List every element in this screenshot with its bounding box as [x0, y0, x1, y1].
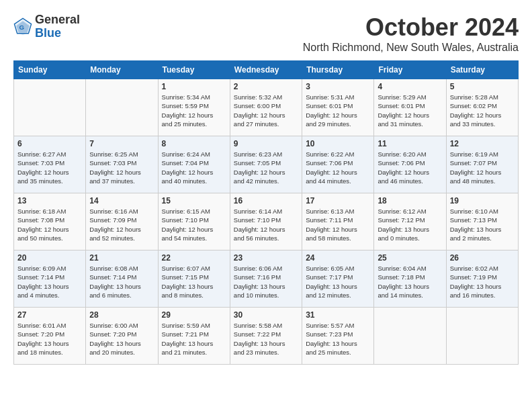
week-row-2: 6Sunrise: 6:27 AMSunset: 7:03 PMDaylight… — [14, 136, 519, 193]
cell-info-line: and 21 minutes. — [162, 348, 226, 357]
cell-info-line: Sunrise: 6:14 AM — [234, 207, 298, 216]
cell-info-line: Sunrise: 5:31 AM — [306, 93, 370, 101]
cell-info-line: Daylight: 12 hours — [234, 225, 298, 234]
cell-info-line: Sunset: 7:20 PM — [17, 330, 82, 338]
calendar-title: October 2024 — [303, 13, 519, 42]
header-cell-sunday: Sunday — [14, 61, 86, 79]
day-number: 15 — [162, 196, 226, 205]
cell-info-line: Sunset: 7:05 PM — [234, 158, 298, 167]
header-cell-wednesday: Wednesday — [230, 61, 302, 79]
cell-info-line: Sunrise: 6:04 AM — [378, 264, 442, 273]
calendar-cell: 11Sunrise: 6:20 AMSunset: 7:06 PMDayligh… — [374, 136, 446, 193]
day-number: 30 — [234, 310, 298, 320]
day-number: 5 — [450, 82, 515, 91]
day-number: 27 — [17, 310, 82, 320]
cell-info-line: Sunset: 7:06 PM — [306, 158, 370, 167]
day-number: 16 — [234, 196, 298, 205]
cell-info-line: Sunset: 7:21 PM — [162, 330, 226, 338]
cell-info-line: Sunrise: 6:25 AM — [89, 150, 154, 158]
cell-info-line: Sunset: 6:01 PM — [378, 101, 442, 110]
cell-info-line: Sunset: 7:18 PM — [378, 273, 442, 281]
cell-info-line: Sunrise: 5:28 AM — [450, 93, 515, 101]
cell-info-line: and 35 minutes. — [17, 177, 82, 185]
header-cell-thursday: Thursday — [302, 61, 374, 79]
cell-info-line: Sunset: 6:00 PM — [234, 101, 298, 110]
calendar-cell — [14, 79, 86, 136]
cell-info-line: Sunset: 7:15 PM — [162, 273, 226, 281]
cell-info-line: and 40 minutes. — [162, 177, 226, 185]
cell-info-line: Sunrise: 5:57 AM — [306, 321, 370, 330]
cell-info-line: and 0 minutes. — [378, 234, 442, 242]
cell-info-line: Daylight: 12 hours — [162, 168, 226, 177]
cell-info-line: Sunrise: 6:05 AM — [306, 264, 370, 273]
cell-info-line: Sunset: 7:19 PM — [450, 273, 515, 281]
calendar-cell: 18Sunrise: 6:12 AMSunset: 7:12 PMDayligh… — [374, 193, 446, 250]
cell-info-line: Sunrise: 6:08 AM — [89, 264, 154, 273]
cell-info-line: Daylight: 13 hours — [306, 282, 370, 291]
cell-info-line: and 14 minutes. — [378, 291, 442, 300]
logo-text: General Blue — [35, 13, 80, 40]
cell-info-line: Sunset: 7:16 PM — [234, 273, 298, 281]
cell-info-line: and 42 minutes. — [234, 177, 298, 185]
cell-info-line: Daylight: 13 hours — [450, 225, 515, 234]
cell-info-line: Sunrise: 6:07 AM — [162, 264, 226, 273]
calendar-cell: 28Sunrise: 6:00 AMSunset: 7:20 PMDayligh… — [86, 308, 158, 365]
cell-info-line: and 37 minutes. — [89, 177, 154, 185]
cell-info-line: and 12 minutes. — [306, 291, 370, 300]
cell-info-line: and 33 minutes. — [450, 120, 515, 128]
calendar-cell: 20Sunrise: 6:09 AMSunset: 7:14 PMDayligh… — [14, 250, 86, 308]
week-row-1: 1Sunrise: 5:34 AMSunset: 5:59 PMDaylight… — [14, 79, 519, 136]
svg-text:G: G — [19, 24, 24, 31]
cell-info-line: Sunrise: 6:16 AM — [89, 207, 154, 216]
day-number: 28 — [89, 310, 154, 320]
day-number: 1 — [162, 82, 226, 91]
cell-info-line: Sunset: 7:11 PM — [306, 216, 370, 224]
calendar-cell: 26Sunrise: 6:02 AMSunset: 7:19 PMDayligh… — [446, 250, 518, 308]
cell-info-line: and 25 minutes. — [306, 348, 370, 357]
calendar-cell: 15Sunrise: 6:15 AMSunset: 7:10 PMDayligh… — [158, 193, 230, 250]
calendar-cell: 29Sunrise: 5:59 AMSunset: 7:21 PMDayligh… — [158, 308, 230, 365]
cell-info-line: Daylight: 12 hours — [378, 111, 442, 120]
cell-info-line: Sunrise: 6:10 AM — [450, 207, 515, 216]
calendar-subtitle: North Richmond, New South Wales, Austral… — [303, 42, 519, 54]
cell-info-line: Daylight: 12 hours — [306, 225, 370, 234]
cell-info-line: Daylight: 12 hours — [450, 168, 515, 177]
cell-info-line: Daylight: 13 hours — [162, 339, 226, 348]
cell-info-line: Sunset: 7:06 PM — [378, 158, 442, 167]
day-number: 25 — [378, 253, 442, 263]
calendar-cell: 2Sunrise: 5:32 AMSunset: 6:00 PMDaylight… — [230, 79, 302, 136]
cell-info-line: and 25 minutes. — [162, 120, 226, 128]
day-number: 14 — [89, 196, 154, 205]
cell-info-line: Sunset: 7:14 PM — [17, 273, 82, 281]
cell-info-line: Sunset: 7:09 PM — [89, 216, 154, 224]
cell-info-line: Sunrise: 6:27 AM — [17, 150, 82, 158]
calendar-cell: 24Sunrise: 6:05 AMSunset: 7:17 PMDayligh… — [302, 250, 374, 308]
header-row: SundayMondayTuesdayWednesdayThursdayFrid… — [14, 61, 519, 79]
cell-info-line: Sunrise: 6:20 AM — [378, 150, 442, 158]
cell-info-line: Sunrise: 5:32 AM — [234, 93, 298, 101]
cell-info-line: Sunrise: 6:00 AM — [89, 321, 154, 330]
cell-info-line: Sunset: 7:12 PM — [378, 216, 442, 224]
cell-info-line: Sunrise: 6:01 AM — [17, 321, 82, 330]
cell-info-line: Sunrise: 5:58 AM — [234, 321, 298, 330]
cell-info-line: Daylight: 13 hours — [378, 282, 442, 291]
cell-info-line: and 20 minutes. — [89, 348, 154, 357]
calendar-cell: 14Sunrise: 6:16 AMSunset: 7:09 PMDayligh… — [86, 193, 158, 250]
calendar-cell: 4Sunrise: 5:29 AMSunset: 6:01 PMDaylight… — [374, 79, 446, 136]
calendar-cell: 12Sunrise: 6:19 AMSunset: 7:07 PMDayligh… — [446, 136, 518, 193]
day-number: 29 — [162, 310, 226, 320]
week-row-4: 20Sunrise: 6:09 AMSunset: 7:14 PMDayligh… — [14, 250, 519, 308]
calendar-cell: 30Sunrise: 5:58 AMSunset: 7:22 PMDayligh… — [230, 308, 302, 365]
calendar-cell: 1Sunrise: 5:34 AMSunset: 5:59 PMDaylight… — [158, 79, 230, 136]
cell-info-line: Daylight: 12 hours — [306, 111, 370, 120]
cell-info-line: Daylight: 12 hours — [162, 225, 226, 234]
cell-info-line: Daylight: 12 hours — [234, 168, 298, 177]
calendar-cell: 17Sunrise: 6:13 AMSunset: 7:11 PMDayligh… — [302, 193, 374, 250]
cell-info-line: Daylight: 13 hours — [234, 339, 298, 348]
cell-info-line: Sunrise: 5:59 AM — [162, 321, 226, 330]
cell-info-line: Sunrise: 6:18 AM — [17, 207, 82, 216]
cell-info-line: Sunrise: 6:13 AM — [306, 207, 370, 216]
cell-info-line: Sunset: 7:10 PM — [234, 216, 298, 224]
calendar-table: SundayMondayTuesdayWednesdayThursdayFrid… — [13, 60, 519, 365]
calendar-cell — [374, 308, 446, 365]
